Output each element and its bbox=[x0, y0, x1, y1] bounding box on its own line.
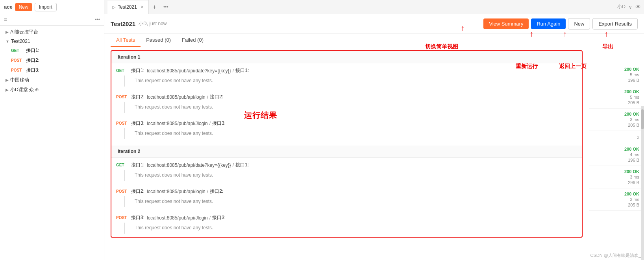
main-content: ▷ Test2021 × + ••• 小D ∨ 👁 Test2021 小D, j… bbox=[104, 0, 644, 260]
request-ref: 接口2: bbox=[210, 94, 223, 100]
slash-sep: / bbox=[233, 68, 234, 74]
request-ref: 接口1: bbox=[235, 67, 249, 74]
scrollbar-track[interactable] bbox=[641, 106, 644, 260]
request-block-1-1: GET 接口1: localhost:8085/pub/api/date?key… bbox=[111, 63, 582, 90]
status-badge-2-2: 200 OK bbox=[624, 169, 639, 174]
tab-label: Test2021 bbox=[118, 4, 137, 10]
sidebar-item-label: AI能云控平台 bbox=[10, 29, 38, 35]
add-tab-button[interactable]: + bbox=[149, 0, 160, 14]
run-again-button[interactable]: Run Again bbox=[531, 18, 566, 29]
status-badge-2-3: 200 OK bbox=[624, 192, 639, 196]
status-badge-1-1: 200 OK bbox=[624, 67, 639, 72]
filter-icon: ≡ bbox=[4, 17, 7, 23]
request-block-1-2: POST 接口2: localhost:8085/pub/api/login /… bbox=[111, 90, 582, 116]
tab-bar: ▷ Test2021 × + ••• 小D ∨ 👁 bbox=[104, 0, 644, 14]
more-tabs-button[interactable]: ••• bbox=[160, 0, 172, 14]
request-url: localhost:8085/pub/api/date?key={{key}} bbox=[147, 162, 231, 168]
sidebar-item-api1[interactable]: GET 接口1: bbox=[0, 46, 104, 55]
sidebar-item-api3[interactable]: POST 接口3: bbox=[0, 65, 104, 75]
tab-failed[interactable]: Failed (0) bbox=[176, 34, 209, 47]
request-block-2-3: POST 接口3: localhost:8085/pub/api/Jlogin … bbox=[111, 210, 582, 237]
request-name: 接口1: bbox=[131, 67, 144, 74]
close-icon[interactable]: × bbox=[141, 4, 144, 10]
request-ref: 接口2: bbox=[210, 188, 223, 195]
time-badge-2-2: 3 ms bbox=[630, 175, 639, 179]
status-row-1-3: 200 OK 3 ms 205 B bbox=[589, 109, 644, 131]
scrollbar-thumb[interactable] bbox=[641, 109, 644, 129]
content-header: Test2021 小D, just now View Summary Run A… bbox=[104, 14, 644, 34]
request-name: 接口3: bbox=[131, 214, 144, 221]
request-url: localhost:8085/pub/api/date?key={{key}} bbox=[147, 68, 231, 74]
api-name: 接口3: bbox=[26, 67, 39, 74]
request-row-2-3[interactable]: POST 接口3: localhost:8085/pub/api/Jlogin … bbox=[116, 213, 577, 223]
test-message-2-1: This request does not have any tests. bbox=[124, 170, 577, 181]
status-row-1-2: 200 OK 5 ms 205 B bbox=[589, 86, 644, 109]
size-badge-1-2: 205 B bbox=[628, 100, 639, 105]
size-badge-2-2: 296 B bbox=[628, 180, 639, 185]
tab-all-tests[interactable]: All Tests bbox=[111, 34, 141, 47]
time-badge-1-1: 5 ms bbox=[630, 72, 639, 77]
new-button[interactable]: New bbox=[15, 3, 32, 11]
slash-sep: / bbox=[207, 189, 208, 194]
slash-sep: / bbox=[207, 94, 208, 100]
request-row-2-1[interactable]: GET 接口1: localhost:8085/pub/api/date?key… bbox=[116, 160, 577, 170]
more-icon[interactable]: ••• bbox=[95, 17, 100, 22]
chevron-right-icon: ▶ bbox=[6, 78, 9, 82]
request-name: 接口3: bbox=[131, 120, 144, 127]
dropdown-user-icon[interactable]: ∨ bbox=[629, 4, 632, 10]
sidebar-item-api2[interactable]: POST 接口2: bbox=[0, 55, 104, 65]
request-block-2-2: POST 接口2: localhost:8085/pub/api/login /… bbox=[111, 184, 582, 210]
user-label: 小D bbox=[617, 4, 625, 10]
method-badge-post: POST bbox=[11, 68, 24, 72]
new-header-button[interactable]: New bbox=[568, 18, 590, 30]
test-message-1-1: This request does not have any tests. bbox=[124, 76, 577, 87]
chevron-right-icon: ▶ bbox=[6, 30, 9, 34]
time-badge-2-1: 4 ms bbox=[630, 152, 639, 157]
tab-test2021[interactable]: ▷ Test2021 × bbox=[107, 0, 149, 14]
request-block-1-3: POST 接口3: localhost:8085/pub/api/Jlogin … bbox=[111, 116, 582, 142]
request-name: 接口2: bbox=[131, 188, 144, 195]
method-post-icon: POST bbox=[116, 95, 129, 99]
eye-icon[interactable]: 👁 bbox=[635, 4, 641, 10]
size-badge-1-3: 205 B bbox=[628, 123, 639, 127]
results-container: Iteration 1 GET 接口1: localhost:8085/pub/… bbox=[104, 47, 644, 260]
sidebar-item-china-mobile[interactable]: ▶ 中国移动 bbox=[0, 75, 104, 85]
size-badge-2-3: 205 B bbox=[628, 203, 639, 207]
sidebar-tree: ▶ AI能云控平台 ▼ Test2021 GET 接口1: POST 接口2: … bbox=[0, 26, 104, 260]
sidebar-item-label: 小D课堂 众 ⊕ bbox=[10, 87, 39, 93]
request-url: localhost:8085/pub/api/Jlogin bbox=[147, 121, 208, 126]
sidebar-item-xiaod[interactable]: ▶ 小D课堂 众 ⊕ bbox=[0, 85, 104, 95]
time-badge-2-3: 3 ms bbox=[630, 197, 639, 202]
test-message-2-3: This request does not have any tests. bbox=[124, 223, 577, 234]
export-button[interactable]: Export Results bbox=[592, 18, 638, 30]
status-row-2-2: 200 OK 3 ms 296 B bbox=[589, 166, 644, 188]
request-row-1-3[interactable]: POST 接口3: localhost:8085/pub/api/Jlogin … bbox=[116, 118, 577, 128]
method-get-icon: GET bbox=[116, 68, 129, 73]
request-row-1-1[interactable]: GET 接口1: localhost:8085/pub/api/date?key… bbox=[116, 66, 577, 76]
import-button[interactable]: Import bbox=[35, 3, 57, 11]
run-title: Test2021 小D, just now bbox=[111, 20, 167, 27]
request-ref: 接口3: bbox=[212, 214, 226, 221]
tab-passed[interactable]: Passed (0) bbox=[141, 34, 176, 47]
search-input[interactable] bbox=[9, 17, 93, 22]
view-summary-button[interactable]: View Summary bbox=[483, 18, 529, 29]
chevron-right-icon: ▶ bbox=[6, 88, 9, 92]
sidebar-header: ace New Import bbox=[0, 0, 104, 14]
status-badge-2-1: 200 OK bbox=[624, 147, 639, 151]
status-row-1-1: 200 OK 5 ms 196 B bbox=[589, 64, 644, 86]
sidebar-item-test2021[interactable]: ▼ Test2021 bbox=[0, 37, 104, 46]
request-row-2-2[interactable]: POST 接口2: localhost:8085/pub/api/login /… bbox=[116, 186, 577, 196]
results-right-panel: 200 OK 5 ms 196 B 200 OK 5 ms 205 B 200 … bbox=[589, 47, 644, 260]
method-badge-post: POST bbox=[11, 58, 24, 63]
request-row-1-2[interactable]: POST 接口2: localhost:8085/pub/api/login /… bbox=[116, 92, 577, 102]
request-ref: 接口1: bbox=[235, 162, 249, 168]
sidebar-item-label: Test2021 bbox=[11, 39, 30, 44]
results-red-border: Iteration 1 GET 接口1: localhost:8085/pub/… bbox=[111, 50, 583, 238]
status-badge-1-3: 200 OK bbox=[624, 112, 639, 116]
chevron-down-icon: ▼ bbox=[6, 39, 9, 44]
method-post-icon: POST bbox=[116, 121, 129, 125]
request-url: localhost:8085/pub/api/login bbox=[147, 94, 205, 100]
sidebar-item-ai-platform[interactable]: ▶ AI能云控平台 bbox=[0, 27, 104, 37]
request-url: localhost:8085/pub/api/Jlogin bbox=[147, 215, 208, 221]
sidebar-search: ≡ ••• bbox=[0, 14, 104, 26]
